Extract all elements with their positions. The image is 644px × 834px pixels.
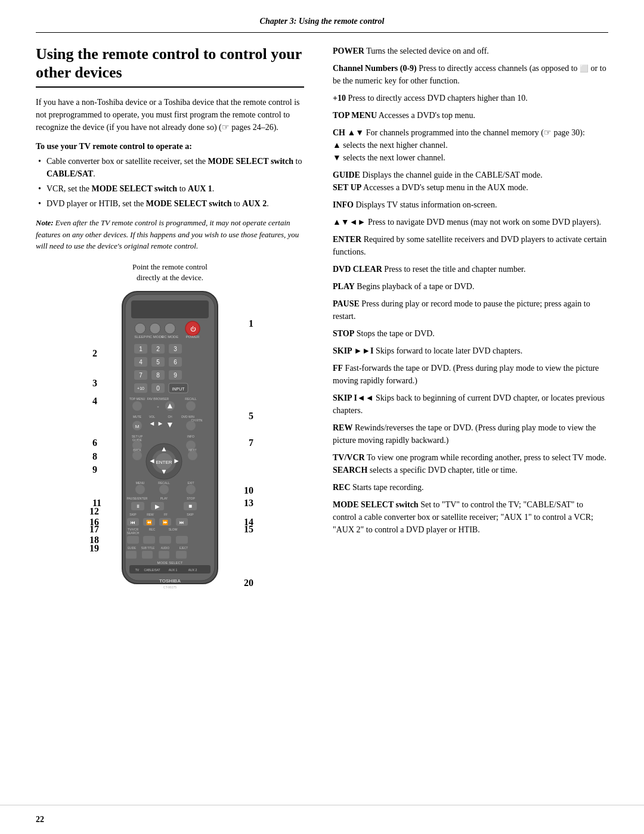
- svg-text:1: 1: [139, 346, 143, 352]
- list-item: TV/VCR To view one program while recordi…: [328, 451, 608, 476]
- list-item: VCR, set the MODE SELECT switch to AUX 1…: [36, 182, 304, 195]
- list-item: DVD player or HTIB, set the MODE SELECT …: [36, 197, 304, 210]
- svg-text:6: 6: [174, 359, 177, 365]
- svg-text:►: ►: [157, 420, 164, 427]
- svg-text:AUX 1: AUX 1: [169, 568, 178, 572]
- remote-caption: Point the remote control directly at the…: [36, 262, 304, 283]
- list-item: GUIDE Displays the channel guide in the …: [328, 169, 608, 194]
- svg-text:⏩: ⏩: [162, 519, 168, 525]
- list-item: STOP Stops the tape or DVD.: [328, 327, 608, 340]
- svg-text:2: 2: [156, 346, 160, 352]
- svg-text:STOP: STOP: [187, 497, 195, 500]
- list-item: POWER Turns the selected device on and o…: [328, 45, 608, 57]
- intro-text: If you have a non-Toshiba device or a To…: [36, 96, 304, 134]
- svg-text:EJECT: EJECT: [179, 547, 188, 550]
- remote-diagram: Point the remote control directly at the…: [36, 262, 304, 598]
- svg-text:SUB TITLE: SUB TITLE: [141, 547, 155, 550]
- svg-point-65: [188, 451, 197, 460]
- svg-text:▲: ▲: [166, 401, 174, 410]
- note-text: Note: Even after the TV remote control i…: [36, 217, 304, 252]
- svg-text:INPUT: INPUT: [172, 387, 185, 391]
- svg-text:⏻: ⏻: [190, 326, 196, 332]
- list-item: SKIP ►►I Skips forward to locate later D…: [328, 345, 608, 357]
- svg-text:MENU: MENU: [136, 481, 145, 485]
- svg-text:▼: ▼: [166, 420, 174, 429]
- remote-svg: ⏻ SLEEP PIC MODE RC MODE POWER 1 2 3: [104, 286, 236, 596]
- bullet-list: Cable converter box or satellite receive…: [36, 155, 304, 210]
- svg-text:TV: TV: [135, 568, 140, 572]
- svg-text:⏸: ⏸: [135, 504, 140, 509]
- svg-rect-113: [159, 551, 169, 559]
- svg-text:ENTER: ENTER: [156, 460, 172, 465]
- sub-heading: To use your TV remote control to operate…: [36, 142, 304, 151]
- svg-rect-103: [127, 536, 139, 544]
- chapter-header: Chapter 3: Using the remote control: [36, 0, 608, 33]
- svg-point-5: [165, 323, 175, 334]
- svg-text:REC: REC: [149, 528, 156, 531]
- svg-text:SEARCH: SEARCH: [127, 531, 140, 535]
- svg-text:POWER: POWER: [186, 335, 200, 339]
- svg-text:PLAY: PLAY: [160, 497, 168, 500]
- list-item: TOP MENU Accesses a DVD's top menu.: [328, 109, 608, 122]
- list-item: REC Starts tape recording.: [328, 481, 608, 494]
- list-item: FF Fast-forwards the tape or DVD. (Press…: [328, 362, 608, 387]
- svg-text:PAUSE/ENTER: PAUSE/ENTER: [127, 497, 148, 500]
- svg-text:MODE SELECT: MODE SELECT: [157, 561, 182, 565]
- svg-text:TOP MENU: TOP MENU: [129, 397, 145, 401]
- svg-point-43: [186, 401, 196, 411]
- svg-text:5: 5: [156, 359, 160, 365]
- svg-point-77: [186, 485, 196, 494]
- remote-svg-container: ⏻ SLEEP PIC MODE RC MODE POWER 1 2 3: [104, 286, 236, 598]
- svg-text:⏪: ⏪: [146, 519, 152, 525]
- page-number: 22: [36, 815, 44, 824]
- svg-text:SLEEP: SLEEP: [134, 335, 145, 339]
- svg-text:SKIP: SKIP: [187, 513, 194, 516]
- svg-text:CH: CH: [168, 415, 172, 418]
- svg-text:FF: FF: [164, 513, 168, 516]
- svg-text:EXIT: EXIT: [187, 481, 194, 485]
- svg-point-39: [132, 401, 142, 411]
- svg-text:0: 0: [156, 385, 160, 392]
- svg-text:►: ►: [173, 457, 180, 465]
- svg-text:⏭: ⏭: [179, 520, 184, 525]
- list-item: DVD CLEAR Press to reset the title and c…: [328, 263, 608, 275]
- svg-text:VOL: VOL: [149, 415, 155, 418]
- svg-point-54: [186, 421, 196, 430]
- svg-text:TOSHIBA: TOSHIBA: [159, 578, 181, 584]
- svg-text:3: 3: [174, 346, 177, 352]
- svg-text:M: M: [135, 424, 140, 429]
- list-item: INFO Displays TV status information on-s…: [328, 199, 608, 211]
- list-item: SKIP I◄◄ Skips back to beginning of curr…: [328, 392, 608, 417]
- svg-text:SLOW: SLOW: [169, 528, 178, 531]
- list-item: Channel Numbers (0-9) Press to directly …: [328, 62, 608, 87]
- svg-rect-114: [176, 551, 187, 559]
- list-item: ENTER Required by some satellite receive…: [328, 233, 608, 258]
- section-title: Using the remote control to control your…: [36, 45, 304, 88]
- svg-text:AUDIO: AUDIO: [161, 547, 170, 550]
- page: Chapter 3: Using the remote control Usin…: [0, 0, 644, 834]
- svg-rect-105: [159, 536, 171, 544]
- numbered-list: POWER Turns the selected device on and o…: [328, 45, 608, 536]
- svg-text:GUIDE: GUIDE: [128, 547, 136, 550]
- svg-text:REW: REW: [147, 513, 154, 516]
- left-column: Using the remote control to control your…: [36, 33, 322, 805]
- list-item: CH ▲▼ For channels programmed into the c…: [328, 126, 608, 164]
- list-item: +10 Press to directly access DVD chapter…: [328, 92, 608, 104]
- svg-text:RECALL: RECALL: [158, 481, 170, 485]
- svg-text:◄: ◄: [148, 457, 156, 465]
- svg-text:7: 7: [139, 372, 143, 379]
- list-item: PAUSE Press during play or record mode t…: [328, 297, 608, 323]
- svg-text:MUTE: MUTE: [133, 415, 142, 418]
- list-item: PLAY Begins playback of a tape or DVD.: [328, 280, 608, 293]
- svg-text:RECALL: RECALL: [185, 397, 197, 401]
- svg-rect-112: [142, 551, 153, 559]
- svg-rect-106: [176, 536, 188, 544]
- svg-point-3: [135, 323, 145, 334]
- svg-point-75: [135, 485, 145, 494]
- svg-text:CT-90275: CT-90275: [163, 585, 177, 589]
- page-footer: 22: [0, 805, 644, 834]
- svg-rect-104: [143, 536, 155, 544]
- svg-point-76: [159, 485, 169, 494]
- svg-point-4: [150, 323, 160, 334]
- svg-text:INFO: INFO: [187, 435, 194, 438]
